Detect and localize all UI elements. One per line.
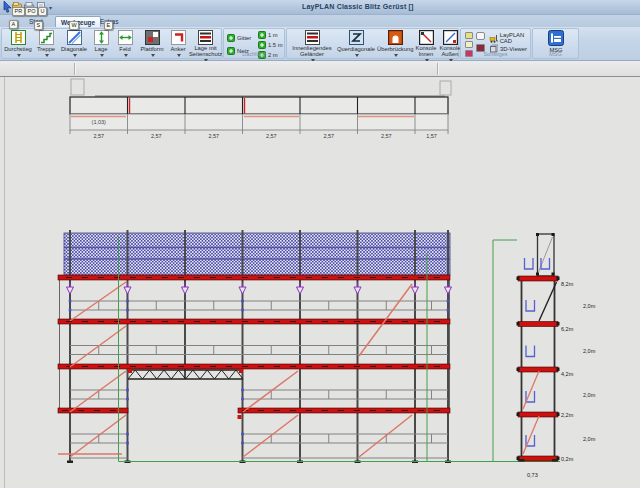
lage-mit-seitenschutz-button[interactable]: Lage mit Seitenschutz — [189, 30, 222, 59]
level-label: 6,2m — [561, 326, 574, 332]
plus-icon — [258, 41, 266, 49]
width-1-5m-checkbox[interactable]: 1.5 m — [258, 41, 283, 49]
keytip-pr: PR — [12, 7, 25, 16]
anchor-icon — [171, 30, 186, 45]
side-guardrail-symbols — [525, 258, 550, 446]
ladder-icon — [11, 30, 26, 45]
bay-dimension: 2,57 — [151, 133, 162, 139]
keytip-u: U — [38, 7, 47, 16]
ribbon-group-tools: Durchstieg Treppe Diagonale L — [1, 28, 222, 59]
dropdown-arrow-icon — [73, 54, 77, 57]
canvas-left-edge — [4, 77, 5, 488]
bay-dimension: 2,57 — [93, 133, 104, 139]
plan-end-box-right — [440, 81, 451, 95]
window-title: LayPLAN Classic Blitz Gerüst [] — [302, 3, 414, 10]
console-inner-icon — [419, 30, 434, 45]
lage-button[interactable]: Lage — [89, 30, 113, 59]
palette-yellow-button[interactable] — [465, 32, 473, 39]
title-bar: ▾ LayPLAN Classic Blitz Gerüst [] — [0, 0, 640, 15]
plan-view: (1,03) 2,57 2,57 2,57 2,57 2,57 2,57 1,5… — [70, 79, 451, 139]
toolbar-separator — [74, 63, 75, 75]
konsole-innen-button[interactable]: Konsole Innen — [415, 30, 437, 59]
plattform-button[interactable]: Plattform — [137, 30, 167, 59]
keytip-s: S — [34, 21, 43, 30]
konsole-aussen-button[interactable]: Konsole Außen — [439, 30, 461, 59]
querdiagonale-button[interactable]: Querdiagonale — [337, 30, 375, 59]
palette-pale-button[interactable] — [465, 41, 473, 48]
dropdown-arrow-icon — [17, 54, 21, 57]
gitter-checkbox[interactable]: Gitter — [227, 34, 251, 42]
inner-guardrail-icon — [305, 30, 320, 45]
toolbar-strip — [0, 61, 640, 77]
treppe-button[interactable]: Treppe — [33, 30, 59, 59]
ribbon-group-sonstiges: LayPLAN CAD 3D-Viewer Sonstiges — [460, 28, 531, 59]
ribbon-tab-row: Start Werkzeuge Extras — [0, 15, 640, 27]
z-brace-icon — [349, 30, 364, 45]
dropdown-arrow-icon — [151, 54, 155, 57]
bay-dimension: 2,57 — [323, 133, 334, 139]
wall-anchors — [67, 283, 452, 294]
keytip-w: W — [69, 21, 79, 30]
dropdown-arrow-icon — [124, 54, 128, 57]
plan-inner-dimension: (1,03) — [92, 119, 107, 125]
bay-dimension: 2,57 — [208, 133, 219, 139]
gap-label: 2,0m — [583, 392, 596, 398]
innenliegendes-gelaender-button[interactable]: Innenliegendes Geländer — [289, 30, 335, 59]
forklift-icon — [489, 34, 498, 43]
gap-label: 2,0m — [583, 303, 596, 309]
palette-white-button[interactable] — [476, 32, 485, 40]
deck-levels — [58, 275, 450, 413]
level-label: 4,2m — [561, 371, 574, 377]
bay-dimensions: 2,57 2,57 2,57 2,57 2,57 2,57 1,57 — [93, 133, 436, 139]
diagonale-button[interactable]: Diagonale — [59, 30, 89, 59]
plus-icon — [227, 34, 235, 42]
dropdown-arrow-icon — [177, 54, 181, 57]
width-label: 0,73 — [527, 472, 538, 478]
side-height-labels: 8,2m 6,2m 4,2m 2,2m 0,2m 2,0m 2,0m 2,0m … — [527, 281, 596, 478]
drawing-canvas-area[interactable]: (1,03) 2,57 2,57 2,57 2,57 2,57 2,57 1,5… — [0, 77, 640, 488]
scaffold-drawing[interactable]: (1,03) 2,57 2,57 2,57 2,57 2,57 2,57 1,5… — [0, 77, 640, 488]
guardrail-stack-icon — [198, 30, 213, 45]
keytip-po: PO — [25, 7, 38, 16]
side-view: 8,2m 6,2m 4,2m 2,2m 0,2m 2,0m 2,0m 2,0m … — [517, 233, 596, 478]
dropdown-arrow-icon — [394, 54, 398, 57]
feld-button[interactable]: Feld — [113, 30, 137, 59]
bridge-icon — [388, 30, 403, 45]
keytip-e: E — [104, 21, 113, 30]
plan-outer-row — [70, 97, 448, 114]
quick-access-dropdown-icon[interactable]: ▾ — [49, 4, 52, 11]
dropdown-arrow-icon — [45, 54, 49, 57]
elevation-view — [58, 230, 452, 463]
durchstieg-button[interactable]: Durchstieg — [3, 30, 33, 59]
plan-end-box-left — [71, 79, 84, 95]
netting — [64, 233, 450, 275]
msg-icon — [548, 30, 564, 46]
group-label-sonstiges: Sonstiges — [461, 51, 530, 58]
toolbar-separator — [437, 63, 438, 75]
level-label: 0,2m — [561, 456, 574, 462]
vertical-arrows-icon — [94, 30, 109, 45]
platform-icon — [145, 30, 160, 45]
plus-icon — [258, 31, 266, 39]
side-decks — [517, 276, 560, 461]
ueberbrueckung-button[interactable]: Überbrückung — [377, 30, 413, 59]
keytip-a: A — [9, 20, 18, 29]
level-label: 8,2m — [561, 281, 574, 287]
horizontal-arrows-icon — [118, 30, 133, 45]
width-1m-checkbox[interactable]: 1 m — [258, 31, 278, 39]
anker-button[interactable]: Anker — [167, 30, 189, 59]
ribbon-group-bracing: Innenliegendes Geländer Querdiagonale Üb… — [286, 28, 459, 59]
bay-dimension: 1,57 — [426, 133, 437, 139]
layplan-cad-button[interactable]: LayPLAN CAD — [489, 32, 530, 44]
app-window: { "window": { "title": "LayPLAN Classic … — [0, 0, 640, 488]
console-outer-icon — [443, 30, 458, 45]
bay-dimension: 2,57 — [381, 133, 392, 139]
ribbon-group-dachfang: Gitter Netz 1 m 1.5 m 2 m Dachfang — [223, 28, 285, 59]
bay-dimension: 2,57 — [266, 133, 277, 139]
stairs-icon — [39, 30, 54, 45]
ribbon-group-msg: MSG MSG — [532, 28, 579, 59]
ribbon: Durchstieg Treppe Diagonale L — [0, 27, 640, 61]
group-label-dachfang: Dachfang — [224, 51, 284, 58]
group-label-msg: MSG — [533, 51, 578, 58]
dropdown-arrow-icon — [100, 54, 104, 57]
